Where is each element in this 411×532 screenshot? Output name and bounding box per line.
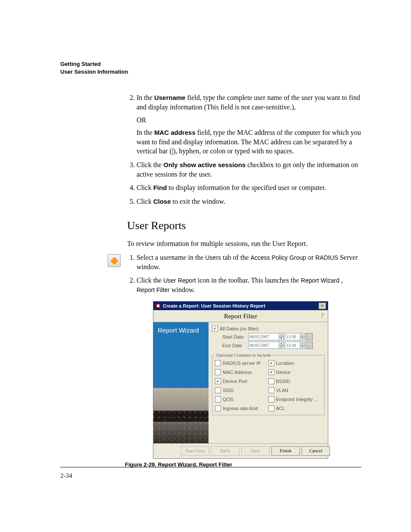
col-radius-label: RADIUS server IP <box>223 361 261 366</box>
col-vlan-row[interactable]: VLAN <box>268 387 322 393</box>
page-number: 2-34 <box>60 472 72 479</box>
step-2b: In the MAC address field, type the MAC a… <box>137 128 361 156</box>
all-dates-checkbox[interactable] <box>212 326 218 332</box>
step-2: In the Username field, type the complete… <box>137 93 361 156</box>
diamond-report-icon: 🔶 <box>110 257 118 265</box>
username-term: Username <box>154 94 186 101</box>
next-button[interactable]: Next <box>241 446 270 456</box>
text: Click <box>137 198 153 205</box>
text: Click the <box>137 277 163 284</box>
start-date-label: Start Date <box>222 334 248 339</box>
start-date-input[interactable]: 06/05/2007 <box>248 333 279 340</box>
or-separator: OR <box>137 115 361 125</box>
text: tab of the <box>223 254 250 261</box>
col-vlan-checkbox[interactable] <box>268 387 274 393</box>
text: In the <box>137 129 154 136</box>
start-time-input[interactable]: 13:39 <box>285 333 300 340</box>
text: to exit the window. <box>173 198 226 205</box>
start-date-row: Start Date 06/05/2007 ▲▼ 13:39 ▲▼ … <box>222 333 324 340</box>
ur-step-1: Select a username in the Users tab of th… <box>137 253 361 271</box>
end-date-row: End Date 06/05/2007 ▲▼ 13:39 ▲▼ … <box>222 342 324 349</box>
col-eint-checkbox[interactable] <box>268 396 274 402</box>
col-bssid-row[interactable]: BSSID <box>268 378 322 384</box>
end-date-picker-button[interactable]: … <box>306 342 313 349</box>
text: Select a username in the <box>137 254 206 261</box>
col-acl-checkbox[interactable] <box>268 405 274 411</box>
col-eint-label: Endpoint Integrity ... <box>276 397 318 402</box>
col-bssid-checkbox[interactable] <box>268 378 274 384</box>
running-header: Getting Started User Session Information <box>60 60 361 76</box>
col-ssid-label: SSID <box>223 388 234 393</box>
access-policy-group-term: Access Policy Group <box>250 254 306 261</box>
col-ingress-checkbox[interactable] <box>215 405 221 411</box>
col-qos-row[interactable]: QOS <box>215 396 268 402</box>
col-ingress-row[interactable]: Ingress rate-limit <box>215 405 268 411</box>
col-location-checkbox[interactable] <box>268 360 274 366</box>
col-mac-row[interactable]: MAC Address <box>215 369 268 375</box>
end-date-spinner[interactable]: ▲▼ <box>279 342 284 349</box>
optional-columns-legend: Optional Columns to include <box>215 352 272 358</box>
col-devport-row[interactable]: Device Port <box>215 378 268 384</box>
svg-rect-1 <box>157 305 159 307</box>
step-3: Click the Only show active sessions chec… <box>137 160 361 179</box>
help-icon[interactable]: ? <box>319 312 325 318</box>
wizard-title-text: Report Wizard <box>158 327 199 334</box>
col-device-checkbox[interactable] <box>268 369 274 375</box>
all-dates-row[interactable]: All Dates (no filter) <box>212 326 324 332</box>
col-ssid-checkbox[interactable] <box>215 387 221 393</box>
col-mac-label: MAC Address <box>223 370 252 375</box>
col-acl-label: ACL <box>276 406 285 411</box>
col-qos-checkbox[interactable] <box>215 396 221 402</box>
col-eint-row[interactable]: Endpoint Integrity ... <box>268 396 322 402</box>
col-radius-checkbox[interactable] <box>215 360 221 366</box>
col-mac-checkbox[interactable] <box>215 369 221 375</box>
finish-button[interactable]: Finish <box>271 446 300 456</box>
wizard-branding-image <box>153 388 209 443</box>
back-button[interactable]: Back <box>211 446 240 456</box>
col-ingress-label: Ingress rate-limit <box>223 406 258 411</box>
report-wizard-dialog: Create a Report: User Session History Re… <box>153 301 328 459</box>
step-5: Click Close to exit the window. <box>137 197 361 206</box>
all-dates-label: All Dates (no filter) <box>220 326 258 331</box>
report-wizard-term: Report Wizard <box>301 277 339 284</box>
end-date-input[interactable]: 06/05/2007 <box>248 342 279 349</box>
page: Getting Started User Session Information… <box>0 0 411 532</box>
dialog-close-button[interactable]: × <box>318 302 326 309</box>
col-device-row[interactable]: Device <box>268 369 322 375</box>
user-report-toolbar-icon: 🔶 <box>108 254 121 267</box>
col-bssid-label: BSSID <box>276 379 290 384</box>
dialog-titlebar[interactable]: Create a Report: User Session History Re… <box>153 302 328 310</box>
dialog-subheader-text: Report Filter <box>224 313 257 320</box>
end-time-input[interactable]: 13:39 <box>285 342 300 349</box>
optional-columns-group: Optional Columns to include RADIUS serve… <box>212 352 324 415</box>
col-ssid-row[interactable]: SSID <box>215 387 268 393</box>
header-line-1: Getting Started <box>60 60 361 68</box>
onlyactive-term: Only show active sessions <box>163 161 246 168</box>
col-radius-row[interactable]: RADIUS server IP <box>215 360 268 366</box>
col-location-row[interactable]: Location <box>268 360 322 366</box>
col-vlan-label: VLAN <box>276 388 289 393</box>
end-time-spinner[interactable]: ▲▼ <box>300 342 305 349</box>
dialog-title-text: Create a Report: User Session History Re… <box>163 303 265 308</box>
user-report-icon-term: User Report <box>163 277 196 284</box>
start-date-spinner[interactable]: ▲▼ <box>279 333 284 340</box>
mac-term: MAC address <box>154 129 196 136</box>
dialog-footer: Start Over Back Next Finish Cancel <box>153 443 328 458</box>
cancel-button[interactable]: Cancel <box>302 446 330 456</box>
find-term: Find <box>153 184 167 191</box>
col-devport-label: Device Port <box>223 379 247 384</box>
footer-rule <box>60 467 361 467</box>
start-date-picker-button[interactable]: … <box>306 333 313 340</box>
col-acl-row[interactable]: ACL <box>268 405 322 411</box>
col-devport-checkbox[interactable] <box>215 378 221 384</box>
col-location-label: Location <box>276 361 294 366</box>
close-term: Close <box>153 198 171 205</box>
text: or <box>308 254 315 261</box>
start-over-button[interactable]: Start Over <box>181 446 209 456</box>
report-filter-term: Report Filter <box>137 286 170 293</box>
dialog-body: Report Wizard All Dates (no filter) Star… <box>153 322 328 443</box>
user-reports-steps: Select a username in the Users tab of th… <box>127 253 361 294</box>
dialog-form: All Dates (no filter) Start Date 06/05/2… <box>209 322 328 443</box>
start-time-spinner[interactable]: ▲▼ <box>300 333 305 340</box>
text: icon in the toolbar. This launches the <box>198 277 301 284</box>
